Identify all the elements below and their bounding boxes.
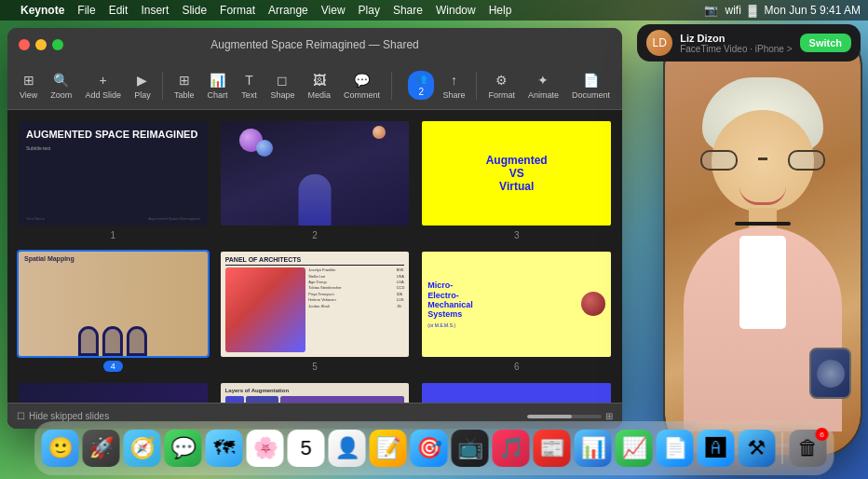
iphone: ●●●: [665, 26, 861, 455]
slide1-footer-left: Your Name: [26, 216, 45, 221]
share-label: Share: [442, 90, 465, 100]
toolbar-add-slide[interactable]: + Add Slide: [80, 69, 126, 103]
progress-bar[interactable]: ⊞: [527, 411, 613, 421]
menu-arrange[interactable]: Arrange: [268, 4, 308, 17]
battery-icon: ▓: [749, 4, 757, 17]
facetime-self-preview[interactable]: [809, 348, 851, 399]
toolbar-animate[interactable]: ✦ Animate: [523, 69, 563, 103]
dock-tv[interactable]: 📺: [452, 430, 489, 467]
dock-trash[interactable]: 🗑 6: [790, 430, 827, 467]
toolbar-zoom[interactable]: 🔍 Zoom: [46, 69, 76, 103]
appstore-icon: 🎯: [416, 436, 441, 460]
menu-window[interactable]: Window: [436, 4, 476, 17]
slide1-title: AUGMENTED SPACE REIMAGINED: [26, 129, 200, 140]
minimize-button[interactable]: [35, 39, 47, 50]
messages-icon: 💬: [170, 436, 196, 460]
keynote-icon: 📊: [580, 436, 605, 460]
facetime-user-name: Liz Dizon: [680, 33, 792, 44]
dock-news[interactable]: 📰: [534, 430, 571, 467]
slide-number-6: 6: [420, 362, 613, 372]
dock-messages[interactable]: 💬: [165, 430, 202, 467]
toolbar-sep-3: [476, 72, 477, 100]
launchpad-icon: 🚀: [88, 436, 114, 460]
add-slide-label: Add Slide: [85, 90, 121, 100]
finder-icon: 🙂: [47, 436, 73, 460]
dock-finder[interactable]: 🙂: [42, 430, 79, 467]
toolbar-comment[interactable]: 💬 Comment: [339, 69, 385, 103]
dock-calendar[interactable]: 5: [288, 430, 325, 467]
slide-item-3[interactable]: AugmentedVSVirtual 3: [420, 119, 613, 240]
dock-contacts[interactable]: 👤: [329, 430, 366, 467]
toolbar-document[interactable]: 📄 Document: [567, 69, 615, 103]
skip-slides-button[interactable]: ☐ Hide skipped slides: [17, 411, 109, 421]
toolbar-chart[interactable]: 📊 Chart: [202, 69, 232, 103]
menu-file[interactable]: File: [77, 4, 95, 17]
toolbar-text[interactable]: T Text: [236, 69, 262, 103]
glasses-left: [700, 150, 738, 171]
dock-separator: [782, 432, 783, 464]
media-label: Media: [307, 90, 331, 100]
menu-insert[interactable]: Insert: [141, 4, 169, 17]
toolbar-media[interactable]: 🖼 Media: [303, 69, 335, 103]
view-icon: ⊞: [20, 72, 37, 89]
slide-item-1[interactable]: AUGMENTED SPACE REIMAGINED Subtitle text…: [17, 119, 210, 240]
close-button[interactable]: [19, 39, 30, 50]
dock-xcode[interactable]: ⚒: [739, 430, 776, 467]
dock-notes[interactable]: 📝: [370, 430, 407, 467]
dock-pages[interactable]: 📄: [657, 430, 694, 467]
slide-number-3: 3: [420, 230, 613, 240]
slide4-arch1: [78, 326, 99, 356]
music-icon: 🎵: [498, 436, 523, 460]
self-preview-content: [811, 349, 849, 397]
glasses-right: [788, 150, 825, 171]
menu-share[interactable]: Share: [393, 4, 423, 17]
slide-item-6[interactable]: Micro-Electro-MechanicalSystems (or M.E.…: [420, 250, 613, 372]
slide4-title: Spatial Mapping: [24, 255, 75, 262]
menu-play[interactable]: Play: [359, 4, 380, 17]
slide5-title: Panel of Architects: [225, 256, 405, 266]
dock-safari[interactable]: 🧭: [124, 430, 161, 467]
trash-badge: 6: [816, 428, 829, 441]
dock-photos[interactable]: 🌸: [247, 430, 284, 467]
dock-launchpad[interactable]: 🚀: [83, 430, 120, 467]
toolbar-table[interactable]: ⊞ Table: [170, 69, 199, 103]
toolbar-sep-1: [162, 72, 163, 100]
animate-label: Animate: [528, 90, 559, 100]
slide6-text: Micro-Electro-MechanicalSystems (or M.E.…: [427, 281, 577, 327]
app-name[interactable]: Keynote: [20, 4, 64, 17]
facetime-notification[interactable]: LD Liz Dizon FaceTime Video · iPhone > S…: [637, 24, 861, 62]
slide-number-2: 2: [219, 230, 412, 240]
news-icon: 📰: [539, 436, 564, 460]
toolbar-shape[interactable]: ◻ Shape: [265, 69, 299, 103]
datetime: Mon Jun 5 9:41 AM: [765, 4, 861, 17]
format-icon: ⚙: [494, 72, 510, 89]
document-label: Document: [572, 90, 610, 100]
slide-item-5[interactable]: Panel of Architects Jocelyn FranklinStel…: [219, 250, 412, 372]
dock-appstore[interactable]: 🎯: [411, 430, 448, 467]
photos-icon: 🌸: [252, 436, 278, 460]
toolbar-share[interactable]: ↑ Share: [438, 69, 469, 103]
toolbar-format[interactable]: ⚙ Format: [483, 69, 520, 103]
slide-item-2[interactable]: 2: [219, 119, 412, 240]
camera-icon: 📷: [704, 4, 718, 17]
dock-keynote[interactable]: 📊: [575, 430, 612, 467]
dock-maps[interactable]: 🗺: [206, 430, 243, 467]
safari-icon: 🧭: [129, 436, 155, 460]
toolbar-collaboration[interactable]: 👥 2: [408, 71, 434, 100]
dock-numbers[interactable]: 📈: [616, 430, 653, 467]
dock: 🙂 🚀 🧭 💬 🗺 🌸 5 👤 📝 🎯 📺 🎵 📰 📊 📈 📄: [34, 421, 834, 475]
keynote-content: AUGMENTED SPACE REIMAGINED Subtitle text…: [7, 110, 622, 429]
toolbar-view[interactable]: ⊞ View: [15, 69, 42, 103]
menu-slide[interactable]: Slide: [182, 4, 207, 17]
menu-edit[interactable]: Edit: [109, 4, 129, 17]
dock-appstore2[interactable]: 🅰: [698, 430, 735, 467]
slide-item-4[interactable]: Spatial Mapping 4: [17, 250, 210, 372]
slide5-grid: [225, 267, 306, 351]
menu-help[interactable]: Help: [489, 4, 512, 17]
toolbar-play[interactable]: ▶ Play: [129, 69, 156, 103]
menu-format[interactable]: Format: [220, 4, 255, 17]
maximize-button[interactable]: [52, 39, 63, 50]
facetime-switch-button[interactable]: Switch: [800, 34, 851, 52]
dock-music[interactable]: 🎵: [493, 430, 530, 467]
menu-view[interactable]: View: [321, 4, 346, 17]
